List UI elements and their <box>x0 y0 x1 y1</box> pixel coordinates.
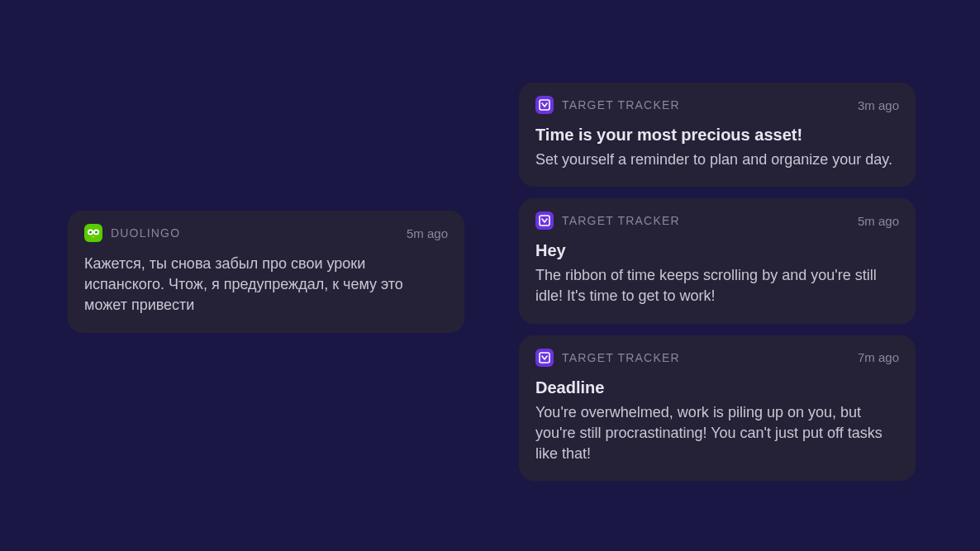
svg-point-3 <box>95 230 98 233</box>
notification-time: 7m ago <box>858 350 899 364</box>
notification-title: Time is your most precious asset! <box>535 126 899 145</box>
notification-column-right: TARGET TRACKER 3m ago Time is your most … <box>519 83 916 481</box>
app-name: TARGET TRACKER <box>562 98 680 112</box>
notification-body: The ribbon of time keeps scrolling by an… <box>535 265 899 306</box>
target-tracker-icon <box>535 96 554 114</box>
app-name: TARGET TRACKER <box>562 351 680 364</box>
notification-card[interactable]: TARGET TRACKER 7m ago Deadline You're ov… <box>519 335 916 482</box>
notification-time: 5m ago <box>407 226 448 240</box>
notification-header: TARGET TRACKER 3m ago <box>535 96 899 114</box>
app-name: TARGET TRACKER <box>562 214 680 227</box>
target-tracker-icon <box>535 211 554 230</box>
notification-body: You're overwhelmed, work is piling up on… <box>535 402 899 465</box>
svg-rect-6 <box>540 353 549 363</box>
notification-header: TARGET TRACKER 5m ago <box>535 211 899 230</box>
notification-body: Set yourself a reminder to plan and orga… <box>535 150 899 170</box>
notification-header: DUOLINGO 5m ago <box>84 224 448 242</box>
notification-time: 5m ago <box>858 214 899 228</box>
duolingo-icon <box>84 224 102 242</box>
notification-time: 3m ago <box>858 98 899 112</box>
notification-title: Hey <box>535 241 899 260</box>
notification-card[interactable]: TARGET TRACKER 5m ago Hey The ribbon of … <box>519 198 916 323</box>
notification-header: TARGET TRACKER 7m ago <box>535 349 899 367</box>
svg-rect-5 <box>540 216 549 226</box>
svg-rect-4 <box>540 100 549 110</box>
notification-column-left: DUOLINGO 5m ago Кажется, ты снова забыл … <box>68 211 464 333</box>
app-name: DUOLINGO <box>111 226 180 240</box>
notification-body: Кажется, ты снова забыл про свои уроки и… <box>84 254 448 316</box>
target-tracker-icon <box>535 349 554 367</box>
svg-point-2 <box>89 230 92 233</box>
notification-title: Deadline <box>535 378 899 397</box>
notification-card[interactable]: TARGET TRACKER 3m ago Time is your most … <box>519 83 916 187</box>
notification-card[interactable]: DUOLINGO 5m ago Кажется, ты снова забыл … <box>68 211 464 333</box>
